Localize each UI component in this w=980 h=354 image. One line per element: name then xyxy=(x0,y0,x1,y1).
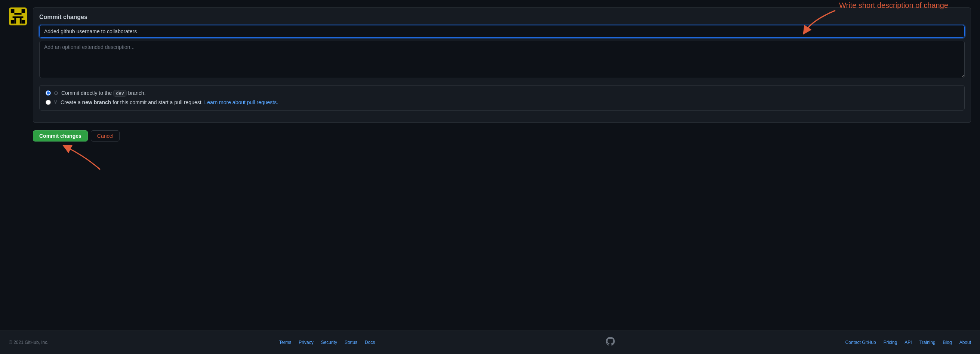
commit-panel: Write short description of change Commit… xyxy=(33,8,971,123)
footer-link-about[interactable]: About xyxy=(959,340,971,345)
commit-options: ⊙ Commit directly to the dev branch. ⑂ C… xyxy=(39,85,965,111)
svg-rect-1 xyxy=(11,10,14,13)
footer-link-contact[interactable]: Contact GitHub xyxy=(845,340,876,345)
svg-rect-3 xyxy=(14,13,21,14)
commit-description-textarea[interactable] xyxy=(39,41,965,78)
svg-rect-5 xyxy=(11,20,14,24)
main-content: Write short description of change Commit… xyxy=(0,0,980,330)
footer-copyright: © 2021 GitHub, Inc. xyxy=(9,340,49,345)
svg-rect-2 xyxy=(22,10,25,13)
commit-panel-title: Commit changes xyxy=(39,14,965,21)
footer-link-api[interactable]: API xyxy=(905,340,912,345)
radio-direct-input[interactable] xyxy=(46,90,51,95)
bottom-annotation-arrow xyxy=(55,141,108,171)
commit-changes-button[interactable]: Commit changes xyxy=(33,130,88,141)
footer-link-blog[interactable]: Blog xyxy=(943,340,952,345)
svg-rect-4 xyxy=(13,16,24,18)
footer-link-status[interactable]: Status xyxy=(345,340,357,345)
cancel-button[interactable]: Cancel xyxy=(91,130,120,141)
button-row: Commit changes Cancel xyxy=(33,124,971,141)
radio-direct-commit[interactable]: ⊙ Commit directly to the dev branch. xyxy=(46,90,958,96)
annotation-text: Write short description of change xyxy=(839,1,948,10)
footer-link-docs[interactable]: Docs xyxy=(365,340,375,345)
footer-link-security[interactable]: Security xyxy=(321,340,337,345)
svg-rect-8 xyxy=(20,18,22,24)
footer-link-training[interactable]: Training xyxy=(920,340,935,345)
avatar xyxy=(9,8,27,25)
footer-links-right: Contact GitHub Pricing API Training Blog… xyxy=(845,340,971,345)
svg-rect-6 xyxy=(22,20,25,24)
svg-rect-7 xyxy=(14,18,16,24)
radio-direct-label: Commit directly to the dev branch. xyxy=(61,90,146,96)
github-logo xyxy=(606,337,615,348)
radio-new-branch[interactable]: ⑂ Create a new branch for this commit an… xyxy=(46,99,958,106)
footer: © 2021 GitHub, Inc. Terms Privacy Securi… xyxy=(0,330,980,354)
branch-tag: dev xyxy=(113,90,127,97)
footer-link-pricing[interactable]: Pricing xyxy=(884,340,897,345)
footer-link-privacy[interactable]: Privacy xyxy=(299,340,313,345)
learn-more-link[interactable]: Learn more about pull requests. xyxy=(204,99,278,105)
radio-new-branch-input[interactable] xyxy=(46,100,51,105)
footer-links-center: Terms Privacy Security Status Docs xyxy=(279,340,375,345)
radio-new-branch-label: Create a new branch for this commit and … xyxy=(60,99,278,105)
footer-link-terms[interactable]: Terms xyxy=(279,340,291,345)
commit-message-input[interactable] xyxy=(39,25,965,38)
